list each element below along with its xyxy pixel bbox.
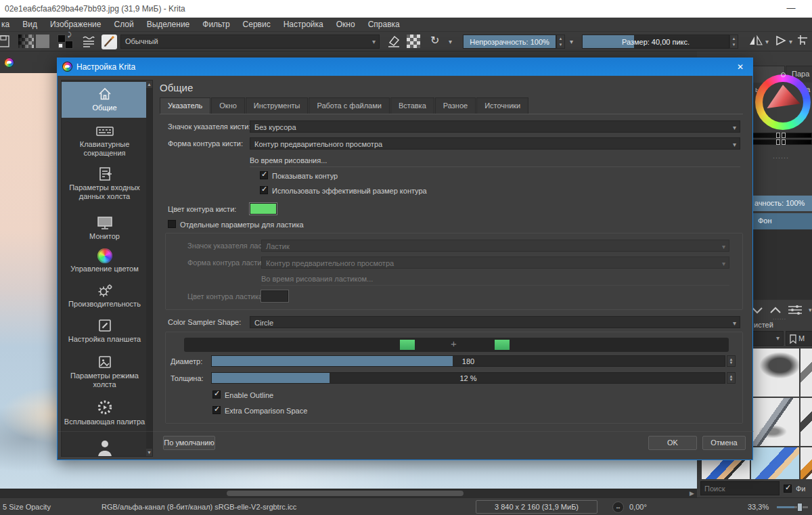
blending-mode-dropdown[interactable]: Обычный bbox=[120, 35, 380, 49]
ok-button[interactable]: OK bbox=[648, 436, 697, 450]
outline-preview-swatch-2 bbox=[495, 340, 510, 350]
mirror-tool-icon[interactable] bbox=[748, 35, 763, 47]
sidebar-scrollbar[interactable]: ▲ ▼ bbox=[146, 81, 152, 456]
docker-splitter-handle-2[interactable]: ······ bbox=[773, 317, 786, 321]
sampler-shape-dropdown[interactable]: Circle bbox=[250, 316, 740, 328]
brush-outline-dropdown[interactable]: Контур предварительного просмотра bbox=[250, 137, 740, 150]
minimize-button[interactable]: — bbox=[780, 1, 803, 16]
eraser-mode-icon[interactable] bbox=[387, 35, 401, 48]
size-spinner[interactable]: ▲▼ bbox=[729, 35, 738, 49]
menu-item-image[interactable]: Изображение bbox=[50, 20, 102, 29]
menu-item-tools[interactable]: Сервис bbox=[243, 20, 271, 29]
scroll-right-arrow-icon[interactable]: ▶ bbox=[690, 490, 694, 497]
filter-checkbox[interactable] bbox=[784, 485, 792, 493]
tag-filter-button[interactable]: М bbox=[786, 331, 812, 346]
category-shortcuts[interactable]: Клавиатурные сокращения bbox=[62, 121, 148, 159]
chevron-up-icon[interactable] bbox=[769, 307, 782, 314]
enable-outline-checkbox[interactable] bbox=[212, 390, 221, 399]
brush-search-input[interactable] bbox=[700, 481, 780, 495]
menu-item-view[interactable]: Вид bbox=[22, 20, 37, 29]
menu-item-filter[interactable]: Фильтр bbox=[202, 20, 229, 29]
category-author[interactable] bbox=[62, 438, 148, 457]
while-painting-label: Во время рисования... bbox=[250, 156, 327, 164]
category-tablet[interactable]: Настройка планшета bbox=[62, 316, 148, 349]
menu-item-layer[interactable]: Слой bbox=[114, 20, 134, 29]
tab-miscellaneous[interactable]: Вставка bbox=[390, 97, 434, 114]
effective-size-label: Использовать эффективный размер контура bbox=[272, 187, 427, 195]
separate-eraser-checkbox[interactable] bbox=[168, 220, 176, 228]
tab-tools[interactable]: Инструменты bbox=[246, 97, 309, 114]
zoom-slider-handle[interactable] bbox=[797, 503, 803, 512]
edit-brush-settings-icon[interactable] bbox=[102, 35, 117, 49]
diameter-label: Диаметр: bbox=[171, 357, 202, 365]
docker-splitter-handle[interactable]: ······ bbox=[773, 154, 789, 161]
size-slider[interactable]: Размер: 40,00 пикс. bbox=[582, 35, 729, 49]
save-icon[interactable] bbox=[0, 35, 9, 48]
diameter-spinner[interactable]: ▲▼ bbox=[727, 355, 736, 367]
image-dimensions[interactable]: 3 840 x 2 160 (31,9 МиБ) bbox=[476, 500, 597, 514]
reload-dropdown-caret[interactable]: ▾ bbox=[449, 38, 452, 45]
category-canvas-only[interactable]: Параметры режима холста bbox=[62, 353, 148, 395]
crop-guides-icon[interactable] bbox=[797, 35, 808, 47]
cancel-button[interactable]: Отмена bbox=[702, 436, 746, 450]
hue-marker[interactable] bbox=[781, 72, 786, 77]
defaults-button[interactable]: По умолчанию bbox=[163, 436, 215, 450]
menu-item-select[interactable]: Выделение bbox=[147, 20, 190, 29]
tab-window[interactable]: Окно bbox=[211, 97, 245, 114]
brush-cursor-dropdown[interactable]: Без курсора bbox=[250, 120, 740, 133]
tab-other[interactable]: Разное bbox=[435, 97, 476, 114]
show-outline-checkbox[interactable] bbox=[260, 171, 268, 179]
menu-item-edit[interactable]: ка bbox=[1, 20, 9, 29]
opacity-slider[interactable]: Непрозрачность: 100% bbox=[463, 35, 556, 49]
docker-caret-icon[interactable]: ▾ bbox=[809, 307, 812, 313]
tab-cursor[interactable]: Указатель bbox=[160, 97, 210, 114]
opacity-spinner[interactable]: ▲▼ bbox=[556, 35, 565, 49]
thickness-slider[interactable]: 12 % bbox=[211, 372, 725, 384]
gradient-swatch[interactable] bbox=[18, 35, 34, 48]
zoom-slider[interactable] bbox=[777, 506, 808, 508]
dialog-titlebar[interactable]: Настройка Krita ✕ bbox=[58, 58, 752, 76]
dialog-close-button[interactable]: ✕ bbox=[734, 61, 746, 73]
menu-item-window[interactable]: Окно bbox=[336, 20, 355, 29]
bookmark-icon bbox=[790, 334, 796, 344]
thickness-spinner[interactable]: ▲▼ bbox=[727, 372, 736, 384]
brush-preset-thumbnail[interactable] bbox=[800, 398, 812, 446]
wrap-around-icon[interactable] bbox=[775, 35, 787, 47]
brush-preset-thumbnail[interactable] bbox=[800, 349, 812, 397]
scrollbar-thumb[interactable] bbox=[227, 491, 464, 496]
effective-size-checkbox[interactable] bbox=[260, 186, 268, 194]
brush-preset-thumbnail[interactable] bbox=[751, 398, 799, 446]
category-general[interactable]: Общие bbox=[62, 82, 148, 118]
brush-outline-color-swatch[interactable] bbox=[250, 203, 277, 215]
category-display[interactable]: Монитор bbox=[62, 213, 148, 244]
properties-sliders-icon[interactable] bbox=[788, 305, 803, 315]
tab-resources[interactable]: Источники bbox=[476, 97, 528, 114]
menu-item-settings[interactable]: Настройка bbox=[284, 20, 323, 29]
brush-preset-thumbnail[interactable] bbox=[751, 349, 799, 397]
category-performance[interactable]: Производительность bbox=[62, 282, 148, 312]
diameter-slider[interactable]: 180 bbox=[211, 355, 725, 367]
wrap-dropdown-caret[interactable]: ▾ bbox=[789, 38, 792, 45]
color-triangle[interactable] bbox=[764, 83, 802, 121]
opacity-dropdown-caret[interactable]: ▾ bbox=[570, 38, 573, 45]
foreground-background-colors-icon[interactable]: ⤸ bbox=[58, 35, 75, 49]
pattern-swatch[interactable] bbox=[36, 35, 49, 48]
layer-name: Фон bbox=[758, 213, 772, 229]
category-canvas-input[interactable]: Параметры входных данных холста bbox=[62, 163, 148, 210]
scroll-up-arrow-icon[interactable]: ▲ bbox=[146, 81, 152, 88]
canvas-horizontal-scrollbar[interactable]: ▶ bbox=[0, 489, 697, 497]
thickness-value: 12 % bbox=[212, 373, 725, 383]
extra-space-checkbox[interactable] bbox=[212, 406, 221, 414]
scroll-down-arrow-icon[interactable]: ▼ bbox=[146, 449, 152, 456]
preserve-alpha-icon[interactable] bbox=[407, 35, 420, 48]
category-color-management[interactable]: Управление цветом bbox=[62, 247, 148, 278]
canvas-rotation-icon[interactable]: ↔ bbox=[612, 501, 624, 513]
dialog-title: Настройка Krita bbox=[76, 62, 135, 72]
main-toolbar: ⤸ Обычный ↻ ▾ Непрозрачность: 100% ▲▼ bbox=[0, 32, 812, 51]
menu-item-help[interactable]: Справка bbox=[368, 20, 400, 29]
color-wheel[interactable] bbox=[755, 74, 811, 130]
mirror-dropdown-caret[interactable]: ▾ bbox=[765, 38, 769, 45]
choose-brush-preset-icon[interactable] bbox=[82, 35, 95, 48]
tab-file-handling[interactable]: Работа с файлами bbox=[309, 97, 389, 114]
reload-preset-icon[interactable]: ↻ bbox=[430, 34, 439, 47]
